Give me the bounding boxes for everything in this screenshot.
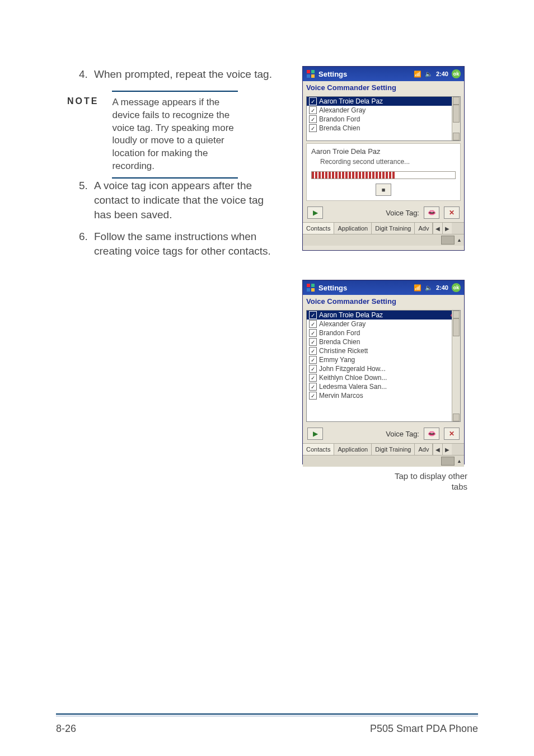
scroll-down-icon[interactable] [453, 414, 460, 421]
checkbox-icon[interactable]: ✓ [309, 347, 317, 355]
checkbox-icon[interactable]: ✓ [309, 338, 317, 346]
scroll-down-icon[interactable] [453, 133, 460, 140]
tab-advanced[interactable]: Adv [415, 444, 433, 455]
ok-button[interactable]: ok [452, 69, 461, 78]
contact-name: Aaron Troie Dela Paz [319, 97, 383, 105]
checkbox-icon[interactable]: ✓ [309, 106, 317, 114]
checkbox-icon[interactable]: ✓ [309, 356, 317, 364]
play-button[interactable]: ▶ [307, 428, 323, 440]
delete-voice-tag-button[interactable]: ✕ [444, 428, 460, 440]
checkbox-icon[interactable]: ✓ [309, 374, 317, 382]
list-item[interactable]: ✓ Alexander Gray [307, 106, 460, 115]
contact-name: Keithlyn Chloe Down... [319, 374, 387, 382]
signal-icon: 📶 [414, 284, 421, 292]
sip-bar: ▲ [303, 455, 464, 467]
scrollbar[interactable] [452, 311, 460, 421]
window-title: Settings [318, 284, 410, 292]
recording-status: Recording second utterance... [311, 158, 456, 166]
play-icon: ▶ [313, 209, 318, 217]
keyboard-icon[interactable] [441, 236, 455, 245]
checkbox-icon[interactable]: ✓ [309, 320, 317, 328]
contact-name: Ledesma Valera San... [319, 383, 387, 391]
signal-icon: 📶 [414, 71, 421, 78]
checkbox-icon[interactable]: ✓ [309, 97, 317, 105]
scroll-thumb[interactable] [453, 105, 460, 123]
checkbox-icon[interactable]: ✓ [309, 365, 317, 373]
scroll-thumb[interactable] [453, 318, 460, 336]
clock-text: 2:40 [436, 284, 448, 291]
recording-contact-name: Aaron Troie Dela Paz [311, 147, 456, 156]
panel-title: Voice Commander Setting [303, 81, 464, 94]
contact-name: Brenda Chien [319, 124, 360, 132]
footer-product-name: P505 Smart PDA Phone [370, 723, 478, 735]
tab-contacts[interactable]: Contacts [303, 444, 334, 455]
close-icon: ✕ [449, 430, 455, 438]
tab-nav-left-icon[interactable]: ◀ [433, 223, 442, 234]
record-voice-tag-button[interactable]: 👄 [424, 428, 439, 440]
tab-application[interactable]: Application [334, 223, 372, 234]
sip-menu-icon[interactable]: ▲ [457, 458, 462, 464]
voice-tag-toolbar: ▶ Voice Tag: 👄 ✕ [303, 424, 464, 443]
list-item[interactable]: ✓ Mervin Marcos [307, 391, 460, 400]
delete-voice-tag-button[interactable]: ✕ [444, 206, 460, 219]
instruction-step-5: A voice tag icon appears after the conta… [91, 179, 280, 222]
contact-name: John Fitzgerald How... [319, 365, 386, 373]
recording-progress [311, 171, 456, 179]
list-item[interactable]: ✓ Brandon Ford [307, 328, 460, 337]
play-icon: ▶ [313, 430, 318, 438]
tab-contacts[interactable]: Contacts [303, 223, 334, 234]
tab-digit-training[interactable]: Digit Training [372, 223, 415, 234]
panel-title: Voice Commander Setting [303, 295, 464, 308]
list-item[interactable]: ✓ Ledesma Valera San... [307, 382, 460, 391]
tab-digit-training[interactable]: Digit Training [372, 444, 415, 455]
start-icon[interactable] [306, 283, 315, 292]
contacts-list[interactable]: ✓ Aaron Troie Dela Paz ✓ Alexander Gray … [306, 96, 461, 141]
keyboard-icon[interactable] [441, 457, 455, 466]
checkbox-icon[interactable]: ✓ [309, 311, 317, 319]
checkbox-icon[interactable]: ✓ [309, 383, 317, 391]
instruction-step-4: When prompted, repeat the voice tag. [91, 67, 280, 82]
list-item[interactable]: ✓ Alexander Gray [307, 320, 460, 328]
tab-application[interactable]: Application [334, 444, 372, 455]
window-titlebar: Settings 📶 🔈 2:40 ok [303, 280, 464, 295]
scroll-up-icon[interactable] [453, 97, 460, 105]
contact-name: Alexander Gray [319, 106, 366, 114]
stop-icon: ■ [382, 186, 386, 193]
list-item[interactable]: ✓ Keithlyn Chloe Down... [307, 373, 460, 382]
footer-separator [56, 713, 478, 715]
ok-button[interactable]: ok [452, 283, 461, 292]
list-item[interactable]: ✓ Emmy Yang [307, 355, 460, 364]
scrollbar[interactable] [452, 97, 460, 140]
svg-rect-7 [311, 288, 315, 292]
list-item[interactable]: ✓ Aaron Troie Dela Paz [307, 97, 460, 106]
checkbox-icon[interactable]: ✓ [309, 329, 317, 337]
contacts-list[interactable]: ✓ Aaron Troie Dela Paz 👄 ✓ Alexander Gra… [306, 310, 461, 422]
checkbox-icon[interactable]: ✓ [309, 392, 317, 400]
close-icon: ✕ [449, 209, 455, 217]
sip-menu-icon[interactable]: ▲ [457, 237, 462, 243]
tab-nav-right-icon[interactable]: ▶ [442, 444, 452, 455]
checkbox-icon[interactable]: ✓ [309, 124, 317, 132]
list-item[interactable]: ✓ Christine Rickett [307, 346, 460, 355]
caption-other-tabs: Tap to display other tabs [383, 471, 467, 492]
contact-name: Brenda Chien [319, 338, 360, 346]
screenshot-saved: Settings 📶 🔈 2:40 ok Voice Commander Set… [302, 280, 465, 464]
tab-nav-left-icon[interactable]: ◀ [433, 444, 442, 455]
tab-nav-right-icon[interactable]: ▶ [442, 223, 452, 234]
svg-rect-0 [307, 70, 310, 73]
contact-name: Brandon Ford [319, 115, 360, 123]
checkbox-icon[interactable]: ✓ [309, 115, 317, 123]
start-icon[interactable] [306, 69, 315, 78]
list-item[interactable]: ✓ John Fitzgerald How... [307, 364, 460, 373]
list-item[interactable]: ✓ Brenda Chien [307, 124, 460, 133]
list-item[interactable]: ✓ Brenda Chien [307, 337, 460, 346]
play-button[interactable]: ▶ [307, 206, 323, 219]
list-item[interactable]: ✓ Aaron Troie Dela Paz 👄 [307, 311, 460, 320]
scroll-up-icon[interactable] [453, 311, 460, 318]
record-voice-tag-button[interactable]: 👄 [424, 206, 439, 219]
list-item[interactable]: ✓ Brandon Ford [307, 115, 460, 124]
contact-name: Mervin Marcos [319, 392, 363, 400]
tab-advanced[interactable]: Adv [415, 223, 433, 234]
instruction-step-6: Follow the same instructions when creati… [91, 229, 280, 258]
stop-button[interactable]: ■ [376, 184, 391, 196]
